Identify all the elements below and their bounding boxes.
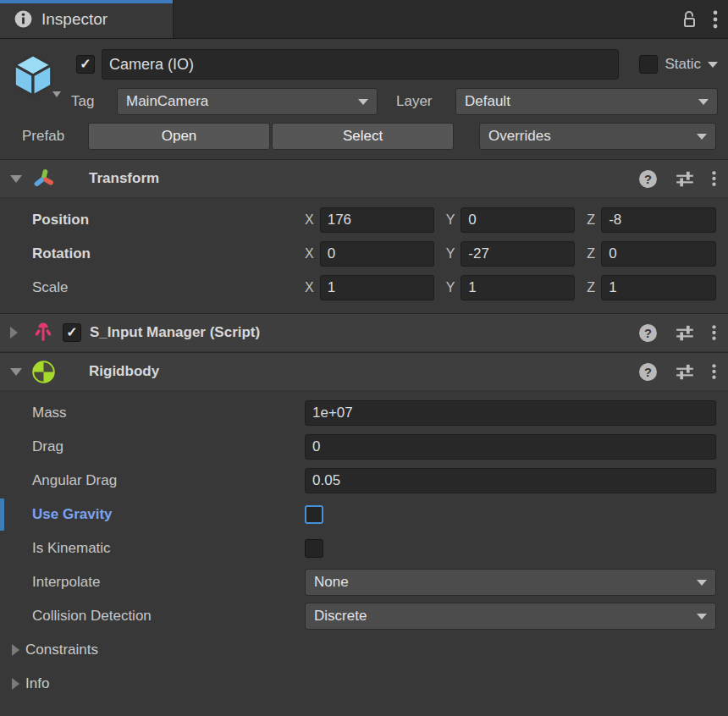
constraints-foldout[interactable]: Constraints bbox=[0, 633, 728, 667]
info-foldout[interactable]: Info bbox=[0, 667, 728, 701]
foldout-closed-icon[interactable] bbox=[10, 327, 18, 339]
drag-label: Drag bbox=[32, 438, 305, 455]
collision-detection-label: Collision Detection bbox=[32, 608, 305, 625]
svg-text:?: ? bbox=[644, 172, 652, 185]
drag-input[interactable] bbox=[305, 434, 716, 460]
presets-icon[interactable] bbox=[675, 168, 695, 189]
mass-label: Mass bbox=[32, 405, 305, 421]
scale-x-input[interactable] bbox=[320, 275, 434, 300]
rigidbody-component-header[interactable]: Rigidbody ? bbox=[0, 352, 728, 391]
gameobject-cube-icon[interactable] bbox=[8, 51, 58, 100]
dropdown-arrow-icon bbox=[358, 99, 368, 105]
axis-z-label: Z bbox=[587, 280, 595, 295]
layer-dropdown[interactable]: Default bbox=[455, 88, 718, 115]
presets-icon[interactable] bbox=[675, 322, 695, 343]
scale-y-input[interactable] bbox=[461, 275, 575, 300]
use-gravity-checkbox[interactable] bbox=[305, 505, 323, 524]
scale-label: Scale bbox=[32, 279, 305, 296]
svg-text:?: ? bbox=[644, 326, 652, 339]
static-dropdown-arrow-icon[interactable] bbox=[708, 62, 718, 68]
position-row: Position X Y Z bbox=[0, 203, 728, 237]
tag-value: MainCamera bbox=[126, 93, 208, 110]
rigidbody-body: Mass Drag Angular Drag Use Gravity Is Ki… bbox=[0, 391, 728, 709]
help-icon[interactable]: ? bbox=[638, 169, 658, 189]
foldout-closed-icon bbox=[12, 644, 19, 656]
script-component-header[interactable]: ✓ S_Input Manager (Script) ? bbox=[0, 313, 728, 352]
interpolate-value: None bbox=[314, 574, 349, 591]
rotation-label: Rotation bbox=[32, 245, 305, 262]
gameobject-name-input[interactable] bbox=[102, 49, 619, 80]
drag-row: Drag bbox=[0, 430, 728, 464]
is-kinematic-label: Is Kinematic bbox=[32, 540, 305, 557]
axis-y-label: Y bbox=[446, 246, 455, 262]
interpolate-row: Interpolate None bbox=[0, 565, 728, 599]
axis-x-label: X bbox=[305, 212, 314, 228]
script-title: S_Input Manager (Script) bbox=[90, 324, 260, 341]
gameobject-icon-dropdown-arrow[interactable] bbox=[52, 91, 61, 97]
script-enabled-checkbox[interactable]: ✓ bbox=[63, 323, 81, 342]
angular-drag-row: Angular Drag bbox=[0, 464, 728, 498]
prefab-select-button[interactable]: Select bbox=[272, 123, 454, 150]
prefab-open-button[interactable]: Open bbox=[88, 123, 270, 150]
axis-x-label: X bbox=[305, 246, 314, 262]
prefab-overrides-dropdown[interactable]: Overrides bbox=[479, 123, 716, 150]
position-z-input[interactable] bbox=[601, 207, 716, 233]
foldout-open-icon[interactable] bbox=[10, 368, 22, 376]
kebab-menu-icon[interactable] bbox=[712, 362, 716, 381]
dropdown-arrow-icon bbox=[698, 99, 709, 105]
dropdown-arrow-icon bbox=[697, 134, 707, 140]
transform-component-header[interactable]: Transform ? bbox=[0, 159, 728, 198]
layer-label: Layer bbox=[396, 93, 447, 110]
info-icon bbox=[14, 9, 33, 29]
svg-text:?: ? bbox=[644, 365, 652, 378]
transform-body: Position X Y Z Rotation X Y Z Scale X Y … bbox=[0, 198, 728, 313]
tab-inspector[interactable]: Inspector bbox=[0, 0, 174, 38]
info-label: Info bbox=[25, 675, 49, 692]
active-tab-indicator bbox=[0, 0, 173, 3]
interpolate-label: Interpolate bbox=[32, 574, 305, 591]
foldout-open-icon[interactable] bbox=[10, 175, 22, 183]
position-y-input[interactable] bbox=[461, 207, 575, 233]
kebab-menu-icon[interactable] bbox=[713, 9, 718, 30]
angular-drag-label: Angular Drag bbox=[32, 472, 305, 489]
axis-z-label: Z bbox=[587, 246, 595, 262]
scale-row: Scale X Y Z bbox=[0, 271, 728, 305]
help-icon[interactable]: ? bbox=[638, 362, 658, 382]
is-kinematic-row: Is Kinematic bbox=[0, 531, 728, 565]
static-checkbox[interactable] bbox=[639, 55, 658, 74]
unlock-icon[interactable] bbox=[679, 9, 699, 30]
dropdown-arrow-icon bbox=[697, 580, 707, 586]
scale-z-input[interactable] bbox=[601, 275, 716, 300]
gameobject-active-checkbox[interactable]: ✓ bbox=[76, 55, 95, 74]
interpolate-dropdown[interactable]: None bbox=[305, 569, 716, 596]
transform-icon bbox=[32, 168, 55, 190]
inspector-tab-bar: Inspector bbox=[0, 0, 728, 39]
position-x-input[interactable] bbox=[320, 207, 434, 233]
is-kinematic-checkbox[interactable] bbox=[305, 539, 323, 558]
tab-title: Inspector bbox=[41, 10, 108, 29]
rotation-z-input[interactable] bbox=[601, 241, 716, 267]
mass-input[interactable] bbox=[305, 400, 716, 426]
collision-detection-row: Collision Detection Discrete bbox=[0, 599, 728, 633]
gameobject-header: ✓ Static Tag MainCamera Layer Default Pr… bbox=[0, 39, 728, 151]
angular-drag-input[interactable] bbox=[305, 468, 716, 493]
script-icon bbox=[32, 322, 54, 344]
rotation-y-input[interactable] bbox=[461, 241, 575, 267]
checkmark-icon: ✓ bbox=[80, 58, 91, 71]
position-label: Position bbox=[32, 212, 305, 229]
tag-dropdown[interactable]: MainCamera bbox=[117, 88, 378, 115]
dropdown-arrow-icon bbox=[697, 614, 707, 620]
foldout-closed-icon bbox=[12, 678, 19, 690]
rotation-row: Rotation X Y Z bbox=[0, 237, 728, 271]
axis-z-label: Z bbox=[587, 212, 595, 228]
kebab-menu-icon[interactable] bbox=[712, 323, 716, 342]
presets-icon[interactable] bbox=[675, 361, 695, 382]
help-icon[interactable]: ? bbox=[638, 323, 658, 343]
kebab-menu-icon[interactable] bbox=[712, 169, 716, 188]
mass-row: Mass bbox=[0, 396, 728, 430]
collision-detection-dropdown[interactable]: Discrete bbox=[305, 603, 716, 630]
constraints-label: Constraints bbox=[25, 642, 98, 658]
rotation-x-input[interactable] bbox=[320, 241, 434, 267]
layer-value: Default bbox=[465, 93, 510, 110]
static-label: Static bbox=[665, 56, 701, 73]
